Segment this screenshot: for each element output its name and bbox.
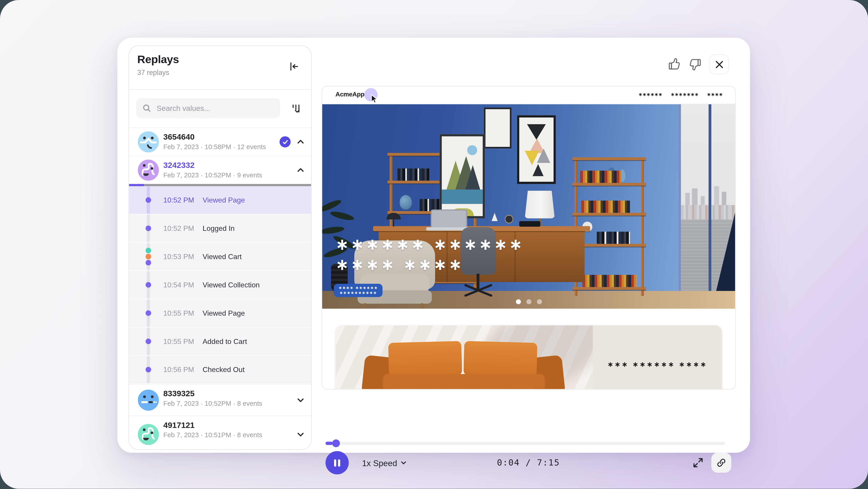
replay-row-3654640[interactable]: 3654640 Feb 7, 2023 · 10:58PM · 12 event… <box>129 128 311 156</box>
event-dot <box>146 339 151 344</box>
thumbs-down-button[interactable] <box>688 57 703 71</box>
app-background: Replays 37 replays <box>0 0 868 489</box>
poster-small <box>484 108 511 148</box>
sidebar-header: Replays 37 replays <box>129 46 311 90</box>
carousel-dots <box>322 299 735 304</box>
event-dot <box>146 282 151 288</box>
replay-progress-fill <box>129 184 144 186</box>
scrubber-progress <box>326 442 333 445</box>
replay-row-4917121[interactable]: 4917121 Feb 7, 2023 · 10:51PM · 8 events <box>129 416 311 450</box>
event-row-logged-in[interactable]: 10:52 PM Logged In <box>129 214 311 243</box>
recorded-site-logo: AcmeApp <box>336 91 364 97</box>
replay-progress-bar[interactable] <box>129 184 311 186</box>
pause-button[interactable] <box>326 451 349 474</box>
event-row-viewed-collection[interactable]: 10:54 PM Viewed Collection <box>129 271 311 299</box>
event-dot <box>146 260 151 265</box>
event-time: 10:54 PM <box>163 281 194 289</box>
expand-icon <box>692 457 704 469</box>
nav-masked-link: ∗∗∗∗∗∗∗ <box>671 92 699 97</box>
replay-id: 8339325 <box>163 389 194 398</box>
replay-meta: Feb 7, 2023 · 10:58PM · 12 events <box>163 143 266 151</box>
replay-count: 37 replays <box>137 69 169 77</box>
event-dot <box>146 254 151 259</box>
avatar <box>138 390 159 411</box>
carousel-dot-3 <box>537 299 541 304</box>
recorded-site-nav: ∗∗∗∗∗∗ ∗∗∗∗∗∗∗ ∗∗∗∗ <box>639 92 723 97</box>
scrubber-track[interactable] <box>326 442 725 445</box>
collapse-sidebar-icon <box>288 61 300 72</box>
chevron-down-icon <box>401 459 407 466</box>
fullscreen-button[interactable] <box>691 456 705 469</box>
sort-descending-icon <box>291 103 302 114</box>
event-label: Checked Out <box>203 366 245 374</box>
poster-mountains <box>439 134 485 219</box>
chevron-down-icon[interactable] <box>296 395 306 405</box>
search-box[interactable] <box>136 98 280 118</box>
thumbs-up-button[interactable] <box>667 57 682 71</box>
replay-id: 3242332 <box>163 161 194 170</box>
replay-meta: Feb 7, 2023 · 10:52PM · 8 events <box>163 400 262 407</box>
replay-meta: Feb 7, 2023 · 10:51PM · 8 events <box>163 431 262 439</box>
chevron-up-icon[interactable] <box>296 137 306 147</box>
close-button[interactable] <box>709 54 729 74</box>
window-view <box>681 104 735 309</box>
collapse-sidebar-button[interactable] <box>287 59 301 74</box>
nav-masked-link: ∗∗∗∗ <box>707 92 723 97</box>
player-controls: 1x Speed 0:04 / 7:15 <box>326 451 731 476</box>
chevron-down-icon[interactable] <box>296 430 306 439</box>
link-icon <box>716 457 727 468</box>
replay-id: 4917121 <box>163 421 194 430</box>
hero-headline-masked: ∗∗∗∗∗∗ ∗∗∗∗∗∗ <box>336 235 524 254</box>
event-time: 10:52 PM <box>163 196 194 204</box>
recorded-content-section: ∗∗∗ ∗∗∗∗∗∗ ∗∗∗∗ <box>322 309 735 390</box>
app-stage: Replays 37 replays <box>0 0 868 489</box>
product-card: ∗∗∗ ∗∗∗∗∗∗ ∗∗∗∗ <box>336 325 722 390</box>
pause-icon <box>333 459 341 467</box>
replays-sidebar: Replays 37 replays <box>128 46 312 450</box>
event-row-viewed-cart[interactable]: 10:53 PM Viewed Cart <box>129 243 311 271</box>
avatar <box>138 424 159 445</box>
event-time: 10:55 PM <box>163 337 194 346</box>
thumbs-up-icon <box>668 58 681 71</box>
carousel-dot-1 <box>516 299 521 304</box>
search-icon <box>142 104 151 112</box>
speed-selector[interactable]: 1x Speed <box>359 451 410 474</box>
poster-geometric <box>517 115 556 184</box>
search-input[interactable] <box>156 104 274 113</box>
feedback-toolbar <box>667 54 729 74</box>
product-masked-text: ∗∗∗ ∗∗∗∗∗∗ ∗∗∗∗ <box>608 360 707 368</box>
event-label: Viewed Cart <box>203 253 242 261</box>
avatar <box>138 160 159 180</box>
close-icon <box>715 60 723 68</box>
hero-cta-button: ∗∗∗∗ ∗∗∗∗∗∗ ∗∗∗∗∗∗∗∗∗∗ <box>334 284 383 297</box>
scrubber-handle[interactable] <box>332 439 340 447</box>
recorded-site-header: AcmeApp ∗∗∗∗∗∗ ∗∗∗∗∗∗∗ ∗∗∗∗ <box>322 86 735 104</box>
floor-lamp <box>525 191 555 218</box>
cursor-icon <box>371 94 379 104</box>
event-dot <box>146 248 151 253</box>
sort-button[interactable] <box>289 102 303 115</box>
replay-row-3242332[interactable]: 3242332 Feb 7, 2023 · 10:52PM · 9 events <box>129 156 311 184</box>
event-row-viewed-page-2[interactable]: 10:55 PM Viewed Page <box>129 299 311 327</box>
event-label: Viewed Page <box>203 309 245 317</box>
replay-row-8339325[interactable]: 8339325 Feb 7, 2023 · 10:52PM · 8 events <box>129 384 311 416</box>
sidebar-search-row <box>129 90 311 128</box>
copy-link-button[interactable] <box>711 453 731 473</box>
product-panel: ∗∗∗ ∗∗∗∗∗∗ ∗∗∗∗ <box>593 325 722 390</box>
replay-modal: Replays 37 replays <box>117 38 750 453</box>
carousel-dot-2 <box>526 299 531 304</box>
event-label: Viewed Collection <box>203 281 260 289</box>
recorded-hero-section: ∗∗∗∗∗∗ ∗∗∗∗∗∗ ∗∗∗∗ ∗∗∗∗ ∗∗∗∗ ∗∗∗∗∗∗ ∗∗∗∗… <box>322 104 735 309</box>
chevron-up-icon[interactable] <box>296 165 306 175</box>
event-dot <box>146 226 151 231</box>
event-dot <box>146 367 151 372</box>
event-row-viewed-page[interactable]: 10:52 PM Viewed Page <box>129 186 311 214</box>
event-time: 10:52 PM <box>163 224 194 233</box>
speed-label: 1x Speed <box>362 458 397 467</box>
timeline-scrubber[interactable] <box>326 439 725 447</box>
event-row-checked-out[interactable]: 10:56 PM Checked Out <box>129 356 311 384</box>
event-time: 10:56 PM <box>163 366 194 374</box>
laptop <box>431 209 467 229</box>
event-row-added-to-cart[interactable]: 10:55 PM Added to Cart <box>129 327 311 356</box>
thumbs-down-icon <box>689 58 702 71</box>
